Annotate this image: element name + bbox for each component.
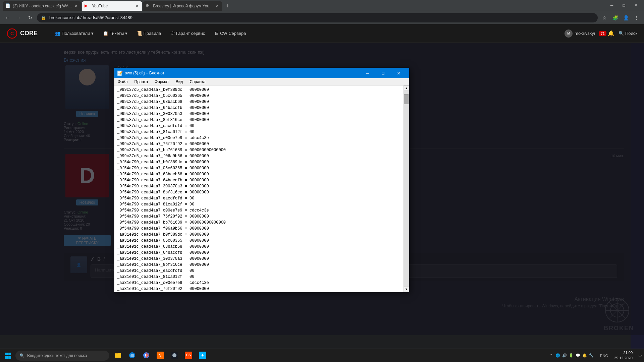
bookmark-icon[interactable]: ☆ [600, 13, 609, 22]
notification-icons: 71 🔔 [599, 30, 614, 37]
nav-right: M mokrivskyi 71 🔔 🔍 Поиск [565, 29, 637, 38]
clock-date: 25.12.2020 [614, 356, 633, 361]
tab-2-close[interactable]: ✕ [134, 3, 140, 9]
tray-network[interactable]: 🌐 [555, 353, 560, 358]
clock-time: 21:00 [614, 350, 633, 355]
notepad-content: _999c37c5_dead4aa7_b0f389dc = 00000000 _… [114, 85, 409, 292]
start-button[interactable] [1, 349, 15, 362]
notepad-close[interactable]: ✕ [391, 68, 406, 78]
nav-users-label: 👥 Пользователи ▾ [55, 31, 94, 36]
notepad-controls: ─ □ ✕ [360, 68, 406, 78]
taskbar-app4[interactable]: V [154, 349, 167, 362]
svg-rect-8 [5, 353, 8, 355]
browser-frame: 📄 (2) ИШУ - onetap crack cfg WA... ✕ ▶ Y… [0, 0, 644, 362]
taskbar: 🔍 Введите здесь текст для поиска [0, 349, 644, 362]
svg-rect-14 [115, 353, 118, 354]
tray-icon-2[interactable]: 🔔 [582, 353, 587, 358]
extensions-icon[interactable]: 🧩 [610, 13, 620, 22]
show-desktop[interactable]: ▭ [637, 353, 643, 358]
tray-volume[interactable]: 🔊 [562, 353, 567, 358]
minimize-button[interactable]: ─ [606, 1, 617, 9]
user-avatar-small: M [565, 29, 573, 38]
svg-text:C: C [10, 31, 14, 36]
nav-rules[interactable]: 📜 Правила [133, 29, 165, 38]
svg-rect-9 [8, 353, 11, 355]
secure-icon: 🔒 [41, 15, 46, 20]
tab-2[interactable]: ▶ YouTube ✕ [82, 1, 142, 11]
notepad-title-area: 📝 owo (5).cfg – Блокнот [117, 70, 360, 76]
title-bar: 📄 (2) ИШУ - onetap crack cfg WA... ✕ ▶ Y… [0, 0, 644, 11]
menu-view[interactable]: Вид [172, 79, 186, 85]
taskbar-explorer[interactable] [111, 349, 125, 362]
new-tab-button[interactable]: + [223, 1, 232, 11]
clock: 21:00 25.12.2020 [611, 350, 635, 361]
menu-file[interactable]: Файл [114, 79, 131, 85]
close-button[interactable]: ✕ [631, 1, 641, 9]
explorer-icon [114, 352, 122, 359]
settings-icon[interactable]: ⋮ [632, 13, 641, 22]
steam-icon [171, 352, 178, 359]
notepad-scrollbar: ▲ ▼ [404, 85, 409, 292]
nav-cw-label: 🖥 CW Сервера [214, 31, 246, 36]
notepad-maximize[interactable]: □ [375, 68, 391, 78]
nav-garant[interactable]: 🛡 Гарант сервис [166, 29, 209, 38]
nav-rules-label: 📜 Правила [137, 31, 161, 36]
taskbar-edge[interactable] [125, 349, 139, 362]
notif-icon[interactable]: 🔔 [608, 30, 614, 37]
notepad-minimize[interactable]: ─ [360, 68, 375, 78]
svg-rect-11 [8, 356, 11, 359]
taskbar-icon-6: CS [185, 352, 192, 359]
tab-1-close[interactable]: ✕ [73, 3, 78, 9]
back-button[interactable]: ← [3, 13, 12, 22]
notepad-titlebar: 📝 owo (5).cfg – Блокнот ─ □ ✕ [114, 68, 409, 78]
taskbar-right: ⌃ 🌐 🔊 🔋 💬 🔔 🔧 ENG 21:00 25.12.2020 ▭ [546, 350, 643, 361]
maximize-button[interactable]: □ [619, 1, 629, 9]
forward-button[interactable]: → [14, 13, 23, 22]
menu-help[interactable]: Справка [186, 79, 209, 85]
chrome-icon [143, 352, 150, 359]
svg-rect-13 [115, 354, 121, 358]
profile-icon[interactable]: 👤 [621, 13, 631, 22]
notepad-text-area[interactable]: _999c37c5_dead4aa7_b0f389dc = 00000000 _… [114, 85, 404, 292]
tab-3-close[interactable]: ✕ [214, 3, 219, 9]
scroll-up[interactable]: ▲ [404, 85, 409, 91]
nav-users[interactable]: 👥 Пользователи ▾ [51, 29, 98, 38]
tab-3-title: Broevrey | Игровой форум You... [153, 4, 213, 8]
tab-3[interactable]: ⚙ Broevrey | Игровой форум You... ✕ [143, 1, 222, 11]
menu-format[interactable]: Формат [151, 79, 172, 85]
logo-icon: C [7, 28, 17, 39]
tray-icon-3[interactable]: 🔧 [589, 353, 594, 358]
window-controls: ─ □ ✕ [606, 1, 641, 9]
taskbar-app7[interactable]: ✦ [196, 349, 209, 362]
taskbar-app5[interactable] [168, 349, 181, 362]
tray-icon-1[interactable]: 💬 [575, 353, 581, 358]
tab-1[interactable]: 📄 (2) ИШУ - onetap crack cfg WA... ✕ [3, 1, 81, 11]
tray-arrow[interactable]: ⌃ [548, 353, 554, 358]
nav-menu: 👥 Пользователи ▾ 📋 Тикеты ▾ 📜 Правила 🛡 … [51, 29, 250, 38]
tab-2-title: YouTube [92, 4, 133, 8]
nav-tickets-label: 📋 Тикеты ▾ [103, 31, 127, 36]
taskbar-app6[interactable]: CS [182, 349, 195, 362]
nav-cw[interactable]: 🖥 CW Сервера [210, 29, 250, 38]
taskbar-search[interactable]: 🔍 Введите здесь текст для поиска [15, 351, 109, 361]
scroll-thumb[interactable] [404, 94, 409, 104]
search-icon: 🔍 [619, 31, 624, 36]
taskbar-chrome[interactable] [140, 349, 153, 362]
address-bar: ← → ↻ 🔒 brokencore.club/threads/5562/#po… [0, 11, 644, 24]
notif-badge-1[interactable]: 71 [599, 31, 606, 36]
taskbar-icon-7: ✦ [199, 352, 206, 359]
menu-edit[interactable]: Правка [131, 79, 152, 85]
search-button[interactable]: 🔍 Поиск [619, 31, 637, 36]
notepad-title-text: owo (5).cfg – Блокнот [125, 71, 164, 75]
svg-rect-10 [5, 356, 8, 359]
username: mokrivskyi [575, 31, 595, 36]
tray-battery[interactable]: 🔋 [569, 353, 574, 358]
scroll-down[interactable]: ▼ [404, 287, 409, 292]
refresh-button[interactable]: ↻ [25, 13, 35, 22]
steam-svg [172, 353, 177, 358]
logo-text: CORE [20, 30, 38, 37]
notepad-window: 📝 owo (5).cfg – Блокнот ─ □ ✕ Файл Правк… [114, 68, 409, 292]
url-bar[interactable]: 🔒 brokencore.club/threads/5562/#post-344… [37, 13, 598, 22]
nav-tickets[interactable]: 📋 Тикеты ▾ [99, 29, 131, 38]
sys-tray: ⌃ 🌐 🔊 🔋 💬 🔔 🔧 [546, 353, 597, 358]
